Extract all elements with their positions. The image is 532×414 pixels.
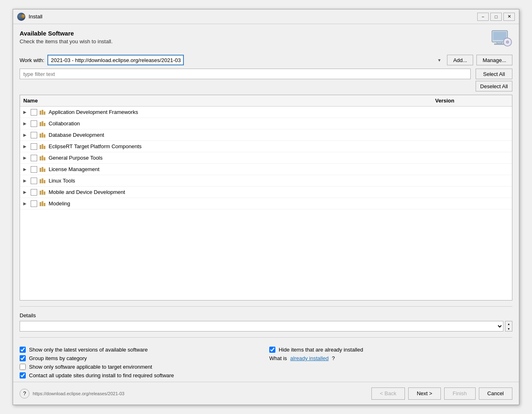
group-by-category-label: Group items by category <box>29 355 87 361</box>
svg-rect-14 <box>42 133 43 138</box>
hide-installed-checkbox[interactable] <box>269 347 275 353</box>
svg-rect-21 <box>44 157 45 160</box>
work-with-dropdown[interactable]: 2021-03 - http://download.eclipse.org/re… <box>47 55 184 65</box>
package-icon <box>40 189 46 196</box>
svg-rect-19 <box>40 156 41 160</box>
table-row[interactable]: ▶ EclipseRT Target Platform Components <box>20 141 512 152</box>
already-installed-link[interactable]: already installed <box>290 355 329 361</box>
footer-buttons: < Back Next > Finish Cancel <box>371 387 512 400</box>
deselect-all-button[interactable]: Deselect All <box>476 81 512 91</box>
finish-button[interactable]: Finish <box>444 387 476 400</box>
footer-status: https://download.eclipse.org/releases/20… <box>33 391 124 396</box>
table-row[interactable]: ▶ Modeling <box>20 198 512 209</box>
dropdown-arrow-icon: ▼ <box>437 58 441 62</box>
row-checkbox[interactable] <box>31 189 37 196</box>
table-header: Name Version <box>20 95 512 107</box>
row-checkbox[interactable] <box>31 200 37 207</box>
table-container: Name Version ▶ Application Development F… <box>20 95 512 300</box>
spin-up-button[interactable]: ▲ <box>505 321 512 326</box>
svg-rect-17 <box>42 144 43 149</box>
maximize-button[interactable]: □ <box>490 13 502 21</box>
show-applicable-checkbox[interactable] <box>20 364 26 370</box>
show-applicable-label: Show only software applicable to target … <box>29 364 152 370</box>
show-latest-label: Show only the latest versions of availab… <box>29 347 148 353</box>
package-icon <box>40 178 46 184</box>
show-latest-checkbox-row[interactable]: Show only the latest versions of availab… <box>20 347 263 353</box>
expand-icon[interactable]: ▶ <box>23 190 29 194</box>
show-latest-checkbox[interactable] <box>20 347 26 353</box>
svg-point-5 <box>506 41 509 43</box>
manage-button[interactable]: Manage... <box>476 55 512 65</box>
table-row[interactable]: ▶ Mobile and Device Development <box>20 187 512 198</box>
svg-rect-26 <box>42 178 43 183</box>
expand-icon[interactable]: ▶ <box>23 156 29 160</box>
next-button[interactable]: Next > <box>408 387 441 400</box>
expand-icon[interactable]: ▶ <box>23 201 29 206</box>
table-row[interactable]: ▶ Application Development Frameworks <box>20 107 512 118</box>
row-label: Database Development <box>49 132 435 138</box>
content-area: Available Software Check the items that … <box>13 24 519 382</box>
package-icon <box>40 200 46 207</box>
row-label: Modeling <box>49 200 435 207</box>
add-button[interactable]: Add... <box>447 55 473 65</box>
svg-rect-30 <box>44 191 45 195</box>
select-all-button[interactable]: Select All <box>476 69 512 79</box>
contact-update-label: Contact all update sites during install … <box>29 372 174 378</box>
svg-rect-32 <box>42 201 43 206</box>
group-by-category-checkbox-row[interactable]: Group items by category <box>20 355 263 361</box>
details-section: Details ▲ ▼ <box>20 312 512 332</box>
hide-installed-label: Hide items that are already installed <box>279 347 363 353</box>
filter-and-buttons-row: Select All Deselect All <box>20 69 512 91</box>
expand-icon[interactable]: ▶ <box>23 167 29 171</box>
group-by-category-checkbox[interactable] <box>20 355 26 361</box>
show-applicable-checkbox-row[interactable]: Show only software applicable to target … <box>20 364 263 370</box>
expand-icon[interactable]: ▶ <box>23 110 29 114</box>
svg-rect-20 <box>42 156 43 160</box>
expand-icon[interactable]: ▶ <box>23 178 29 183</box>
header-icon <box>491 30 512 49</box>
what-is-installed-row: What is already installed ? <box>269 355 512 361</box>
install-dialog: Install − □ ✕ Available Software Check t… <box>13 9 519 405</box>
header-section: Available Software Check the items that … <box>20 30 512 49</box>
row-checkbox[interactable] <box>31 132 37 138</box>
row-label: License Management <box>49 166 435 172</box>
row-label: Linux Tools <box>49 178 435 184</box>
row-checkbox[interactable] <box>31 120 37 127</box>
contact-update-checkbox[interactable] <box>20 372 26 378</box>
table-row[interactable]: ▶ General Purpose Tools <box>20 152 512 164</box>
cancel-button[interactable]: Cancel <box>479 387 512 400</box>
row-checkbox[interactable] <box>31 155 37 161</box>
row-checkbox[interactable] <box>31 109 37 116</box>
contact-update-checkbox-row[interactable]: Contact all update sites during install … <box>20 372 263 378</box>
table-row[interactable]: ▶ License Management <box>20 164 512 175</box>
svg-rect-10 <box>40 122 41 126</box>
details-select-row: ▲ ▼ <box>20 321 512 332</box>
svg-rect-15 <box>44 134 45 138</box>
row-checkbox[interactable] <box>31 178 37 184</box>
help-button[interactable]: ? <box>20 389 29 398</box>
row-checkbox[interactable] <box>31 143 37 150</box>
header-text: Available Software Check the items that … <box>20 30 113 45</box>
table-row[interactable]: ▶ Database Development <box>20 129 512 141</box>
close-button[interactable]: ✕ <box>503 13 515 21</box>
row-checkbox[interactable] <box>31 166 37 173</box>
table-row[interactable]: ▶ Linux Tools <box>20 175 512 187</box>
minimize-button[interactable]: − <box>477 13 489 21</box>
spin-down-button[interactable]: ▼ <box>505 326 512 331</box>
table-section: Name Version ▶ Application Development F… <box>20 95 512 300</box>
details-dropdown[interactable] <box>20 321 503 332</box>
what-is-suffix: ? <box>332 355 335 361</box>
hide-installed-checkbox-row[interactable]: Hide items that are already installed <box>269 347 512 353</box>
expand-icon[interactable]: ▶ <box>23 144 29 149</box>
filter-input[interactable] <box>20 69 471 79</box>
svg-rect-22 <box>40 168 41 172</box>
package-icon <box>40 132 46 138</box>
svg-rect-12 <box>44 123 45 126</box>
back-button[interactable]: < Back <box>371 387 405 400</box>
svg-rect-9 <box>44 111 45 115</box>
work-with-label: Work with: <box>20 57 44 63</box>
col-version-header: Version <box>435 98 509 104</box>
expand-icon[interactable]: ▶ <box>23 133 29 137</box>
table-row[interactable]: ▶ Collaboration <box>20 118 512 129</box>
expand-icon[interactable]: ▶ <box>23 121 29 126</box>
